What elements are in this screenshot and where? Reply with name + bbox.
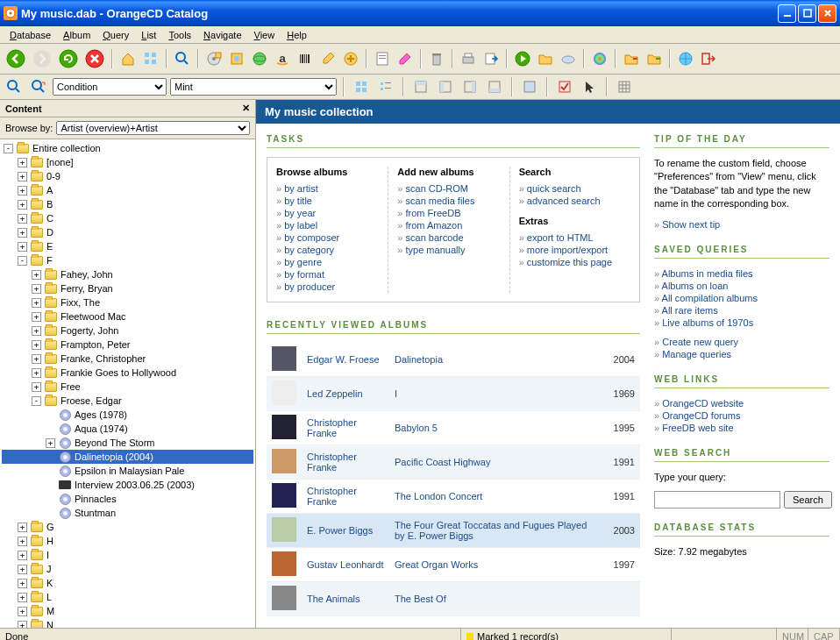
recent-artist[interactable]: Edgar W. Froese	[302, 343, 389, 377]
tree-node[interactable]: +G	[2, 520, 253, 534]
recent-row[interactable]: Christopher FrankeBabylon 51995	[267, 411, 640, 445]
open-folder-button[interactable]	[535, 48, 556, 69]
barcode-button[interactable]	[295, 48, 316, 69]
find-button[interactable]	[4, 76, 25, 97]
browse-link[interactable]: by title	[276, 195, 379, 207]
add-link[interactable]: from Amazon	[397, 219, 500, 231]
recent-row[interactable]: Edgar W. FroeseDalinetopia2004	[267, 343, 640, 377]
freedb-button[interactable]	[249, 48, 270, 69]
maximize-button[interactable]	[798, 4, 816, 23]
thumbnails-button[interactable]	[140, 48, 161, 69]
add-button[interactable]	[340, 48, 361, 69]
play-button[interactable]	[512, 48, 533, 69]
exit-button[interactable]	[698, 48, 719, 69]
web-link[interactable]: FreeDB web site	[654, 422, 829, 434]
recent-row[interactable]: Christopher FrankeThe London Concert1991	[267, 480, 640, 514]
tree-node[interactable]: +E	[2, 239, 253, 253]
tree-node[interactable]: +Beyond The Storm	[2, 436, 253, 450]
back-button[interactable]	[4, 46, 28, 71]
add-link[interactable]: scan barcode	[397, 231, 500, 244]
tree-node[interactable]: Pinnacles	[2, 492, 253, 506]
browse-link[interactable]: by artist	[276, 182, 379, 195]
tree-node[interactable]: +Frampton, Peter	[2, 338, 253, 352]
tree-node[interactable]: +D	[2, 225, 253, 239]
recent-artist[interactable]: Christopher Franke	[302, 411, 389, 445]
saved-query-link[interactable]: Albums on loan	[654, 280, 829, 292]
recent-artist[interactable]: Christopher Franke	[302, 480, 389, 514]
add-link[interactable]: scan CD-ROM	[397, 182, 500, 195]
recent-album[interactable]: I	[389, 377, 602, 411]
scan-cd-button[interactable]	[203, 48, 224, 69]
web-link[interactable]: OrangeCD forums	[654, 409, 829, 422]
extras-link[interactable]: customize this page	[519, 256, 622, 268]
home-button[interactable]	[117, 48, 139, 69]
tree-node[interactable]: +[none]	[2, 155, 253, 169]
tree-node[interactable]: Interview 2003.06.25 (2003)	[2, 478, 253, 492]
tree-node[interactable]: +L	[2, 590, 253, 604]
browse-by-select[interactable]: Artist (overview)+Artist	[56, 121, 250, 135]
grid-button[interactable]	[614, 76, 635, 97]
print-button[interactable]	[458, 48, 479, 69]
recent-album[interactable]: The Best Of	[389, 582, 602, 616]
add-link[interactable]: type manually	[397, 244, 500, 256]
layout-4-button[interactable]	[484, 76, 505, 97]
tree-node[interactable]: +B	[2, 197, 253, 211]
cloud-button[interactable]	[558, 48, 579, 69]
tree-node[interactable]: +C	[2, 211, 253, 225]
recent-artist[interactable]: Gustav Leonhardt	[302, 548, 389, 582]
tree-node[interactable]: Aqua (1974)	[2, 422, 253, 436]
delete-button[interactable]	[426, 48, 447, 69]
minimize-button[interactable]	[778, 4, 796, 23]
add-link[interactable]: scan media files	[397, 195, 500, 207]
menu-help[interactable]: Help	[281, 28, 313, 42]
menu-query[interactable]: Query	[96, 28, 135, 42]
menu-album[interactable]: Album	[57, 28, 96, 42]
extras-link[interactable]: export to HTML	[519, 231, 622, 244]
web-search-button[interactable]: Search	[784, 491, 832, 508]
refresh-button[interactable]	[56, 46, 81, 71]
recent-artist[interactable]: E. Power Biggs	[302, 514, 389, 548]
layout-2-button[interactable]	[435, 76, 456, 97]
browse-link[interactable]: by label	[276, 219, 379, 231]
tree-node[interactable]: +0-9	[2, 169, 253, 183]
tree-node[interactable]: +J	[2, 562, 253, 576]
stop-button[interactable]	[82, 46, 107, 71]
tree-node[interactable]: +Ferry, Bryan	[2, 281, 253, 295]
find-next-button[interactable]	[28, 76, 49, 97]
filter-field-select[interactable]: Condition	[53, 78, 167, 96]
tree-node[interactable]: +K	[2, 576, 253, 590]
tree-node[interactable]: -Entire collection	[2, 141, 253, 155]
tree-node[interactable]: +A	[2, 183, 253, 197]
extras-link[interactable]: more import/export	[519, 244, 622, 256]
tree-node[interactable]: Dalinetopia (2004)	[2, 450, 253, 464]
recent-artist[interactable]: Led Zeppelin	[302, 377, 389, 411]
recent-row[interactable]: Christopher FrankePacific Coast Highway1…	[267, 445, 640, 480]
menu-navigate[interactable]: Navigate	[197, 28, 247, 42]
tree-node[interactable]: Stuntman	[2, 506, 253, 520]
recent-row[interactable]: E. Power BiggsThe Four Great Toccatas an…	[267, 514, 640, 548]
tree-node[interactable]: +I	[2, 548, 253, 562]
show-next-tip-link[interactable]: Show next tip	[654, 218, 829, 231]
recent-album[interactable]: Babylon 5	[389, 411, 602, 445]
recent-artist[interactable]: Christopher Franke	[302, 445, 389, 480]
recent-artist[interactable]: The Animals	[302, 582, 389, 616]
loan-button[interactable]	[621, 48, 642, 69]
browse-link[interactable]: by format	[276, 268, 379, 281]
saved-query-link[interactable]: All compilation albums	[654, 292, 829, 304]
color-button[interactable]	[589, 48, 610, 69]
properties-button[interactable]	[372, 48, 393, 69]
browse-link[interactable]: by category	[276, 244, 379, 256]
tree-node[interactable]: +Fixx, The	[2, 295, 253, 309]
tree-node[interactable]: +Fogerty, John	[2, 324, 253, 338]
menu-database[interactable]: Database	[4, 28, 57, 42]
type-manually-button[interactable]	[317, 48, 338, 69]
recent-album[interactable]: Great Organ Works	[389, 548, 602, 582]
browse-link[interactable]: by year	[276, 207, 379, 219]
tree-node[interactable]: +M	[2, 604, 253, 618]
query-action-link[interactable]: Create new query	[654, 336, 829, 348]
cursor-button[interactable]	[579, 76, 600, 97]
mark-button[interactable]	[554, 76, 575, 97]
amazon-button[interactable]: a	[272, 48, 293, 69]
tree-node[interactable]: +Fahey, John	[2, 267, 253, 281]
recent-album[interactable]: The London Concert	[389, 480, 602, 514]
